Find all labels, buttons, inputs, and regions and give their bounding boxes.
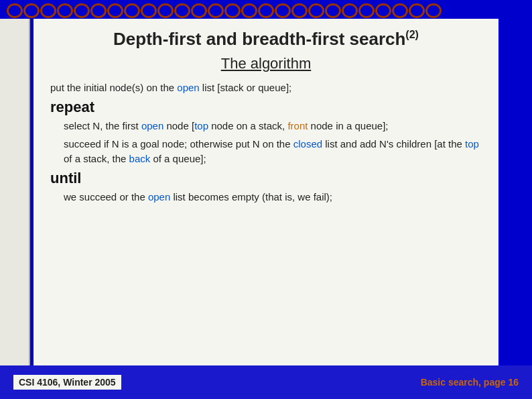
spiral-loop xyxy=(375,3,391,18)
spiral-loop xyxy=(409,3,425,18)
spiral-loop xyxy=(124,3,140,18)
slide-content: Depth-first and breadth-first search(2) … xyxy=(34,19,498,365)
indent2-pre: succeed if N is a goal node; otherwise p… xyxy=(64,138,293,150)
indent2-end: of a queue]; xyxy=(150,153,206,164)
slide-title-num: (2) xyxy=(405,29,419,40)
repeat-keyword: repeat xyxy=(50,99,482,116)
spiral-loop xyxy=(275,3,291,18)
spiral-loop xyxy=(425,3,442,18)
indent1-end: node in a queue]; xyxy=(308,120,388,131)
spiral-loop xyxy=(258,3,274,18)
footer-right: Basic search, page 16 xyxy=(421,377,519,388)
indent1-mid: node [ xyxy=(163,120,194,131)
algo-indent3: we succeed or the open list becomes empt… xyxy=(64,190,482,205)
indent1-front: front xyxy=(287,120,308,131)
spiral-loop xyxy=(241,3,257,18)
page-left-edge xyxy=(0,19,30,365)
spiral-loop xyxy=(224,3,241,18)
spiral-loop xyxy=(208,3,224,18)
indent1-mid2: node on a stack, xyxy=(208,120,287,131)
spiral-loop xyxy=(23,3,40,18)
algo-line1-text: put the initial node(s) on the xyxy=(50,82,177,93)
slide-title-text: Depth-first and breadth-first search xyxy=(113,29,405,49)
indent2-top: top xyxy=(465,138,479,150)
indent2-mid: list and add N's children [at the xyxy=(322,138,465,150)
indent3-open: open xyxy=(148,191,170,203)
indent1-pre: select N, the first xyxy=(64,120,141,131)
spiral-loop xyxy=(325,3,341,18)
footer: CSI 4106, Winter 2005 Basic search, page… xyxy=(0,365,532,399)
indent2-back: back xyxy=(129,153,151,164)
spiral-loop xyxy=(57,3,73,18)
algo-line1-rest: list [stack or queue]; xyxy=(200,82,292,93)
spiral-loop xyxy=(90,3,107,18)
spiral-loop xyxy=(191,3,207,18)
spiral-loop xyxy=(358,3,375,18)
algo-subtitle: The algorithm xyxy=(50,55,482,72)
indent1-top: top xyxy=(194,120,208,131)
until-keyword: until xyxy=(50,170,482,187)
spiral-loop xyxy=(157,3,174,18)
indent3-pre: we succeed or the xyxy=(64,191,148,203)
indent2-mid2: of a stack, the xyxy=(64,153,129,164)
algo-line1: put the initial node(s) on the open list… xyxy=(50,80,482,95)
spiral-loop xyxy=(308,3,324,18)
spiral-loop xyxy=(342,3,358,18)
spiral-loop xyxy=(392,3,408,18)
spiral-loop xyxy=(291,3,308,18)
spiral-loop xyxy=(174,3,190,18)
spiral-loop xyxy=(107,3,123,18)
spiral-loop xyxy=(7,3,23,18)
indent3-end: list becomes empty (that is, we fail); xyxy=(170,191,332,203)
spiral-loop xyxy=(74,3,90,18)
algo-indent2: succeed if N is a goal node; otherwise p… xyxy=(64,137,482,166)
algo-indent1: select N, the first open node [top node … xyxy=(64,119,482,133)
indent1-open: open xyxy=(141,120,163,131)
algo-open-1: open xyxy=(177,82,199,93)
footer-left: CSI 4106, Winter 2005 xyxy=(13,375,121,390)
indent2-closed: closed xyxy=(293,138,322,150)
slide-title: Depth-first and breadth-first search(2) xyxy=(50,29,482,50)
spiral-loop xyxy=(141,3,157,18)
spiral-loop xyxy=(40,3,56,18)
